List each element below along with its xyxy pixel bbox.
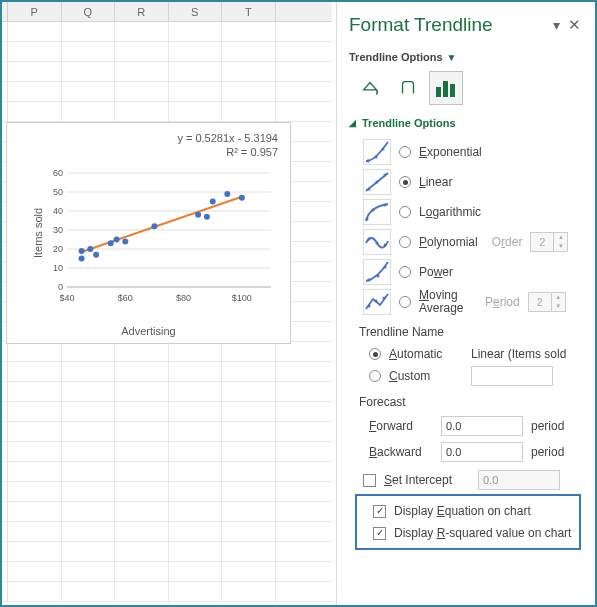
svg-point-28	[195, 212, 201, 218]
svg-point-60	[383, 297, 386, 300]
linear-radio[interactable]	[399, 176, 411, 188]
svg-text:60: 60	[53, 168, 63, 178]
svg-text:20: 20	[53, 244, 63, 254]
custom-name-radio[interactable]	[369, 370, 381, 382]
exponential-radio[interactable]	[399, 146, 411, 158]
svg-point-32	[239, 195, 245, 201]
svg-text:0: 0	[58, 282, 63, 292]
col-header[interactable]: R	[115, 2, 169, 21]
trendline-equation-label: y = 0.5281x - 5.3194 R² = 0.957	[177, 131, 278, 160]
linear-icon	[363, 169, 391, 195]
svg-text:40: 40	[53, 206, 63, 216]
fill-line-tab-icon[interactable]	[353, 71, 387, 105]
svg-text:50: 50	[53, 187, 63, 197]
svg-point-59	[375, 300, 378, 303]
spreadsheet-grid[interactable]: P Q R S T y = 0.5281x - 5.3194 R² = 0.95…	[2, 2, 332, 605]
moving-average-label: Moving Average	[419, 289, 471, 315]
power-label: Power	[419, 265, 453, 279]
svg-text:$60: $60	[118, 293, 133, 303]
embedded-chart[interactable]: y = 0.5281x - 5.3194 R² = 0.957 Items so…	[6, 122, 291, 344]
exponential-label: Exponential	[419, 145, 482, 159]
exponential-icon	[363, 139, 391, 165]
svg-point-29	[204, 214, 210, 220]
svg-point-50	[368, 238, 371, 241]
x-axis-label: Advertising	[7, 325, 290, 337]
svg-point-38	[375, 156, 378, 159]
display-equation-label: Display Equation on chart	[394, 504, 531, 518]
col-header[interactable]: Q	[62, 2, 116, 21]
svg-point-20	[79, 256, 85, 262]
col-header[interactable]: S	[169, 2, 223, 21]
logarithmic-icon	[363, 199, 391, 225]
forward-label: Forward	[369, 419, 433, 433]
moving-average-radio[interactable]	[399, 296, 411, 308]
custom-name-input[interactable]	[471, 366, 553, 386]
trendline-name-heading: Trendline Name	[359, 325, 583, 339]
svg-point-23	[93, 252, 99, 258]
col-header[interactable]: T	[222, 2, 276, 21]
svg-rect-34	[443, 81, 448, 97]
automatic-name-radio[interactable]	[369, 348, 381, 360]
svg-text:$100: $100	[232, 293, 252, 303]
highlighted-options: ✓ Display Equation on chart ✓ Display R-…	[355, 494, 581, 550]
svg-point-39	[382, 148, 385, 151]
svg-point-47	[372, 209, 375, 212]
order-label: Order	[492, 235, 523, 249]
power-radio[interactable]	[399, 266, 411, 278]
svg-point-48	[384, 204, 387, 207]
svg-line-19	[82, 197, 242, 252]
pane-dropdown-icon[interactable]: ▾	[547, 17, 565, 33]
svg-text:30: 30	[53, 225, 63, 235]
set-intercept-checkbox[interactable]	[363, 474, 376, 487]
backward-label: Backward	[369, 445, 433, 459]
svg-point-30	[210, 199, 216, 205]
period-label: Period	[485, 295, 520, 309]
polynomial-label: Polynomial	[419, 235, 478, 249]
col-header[interactable]: P	[8, 2, 62, 21]
period-spinner: 2▲▼	[528, 292, 566, 312]
svg-point-25	[114, 237, 120, 243]
svg-point-26	[122, 238, 128, 244]
svg-point-58	[368, 305, 371, 308]
logarithmic-radio[interactable]	[399, 206, 411, 218]
svg-point-24	[108, 240, 114, 246]
automatic-name-label: Automatic	[389, 347, 463, 361]
svg-text:10: 10	[53, 263, 63, 273]
svg-point-43	[376, 181, 379, 184]
effects-tab-icon[interactable]	[391, 71, 425, 105]
svg-point-27	[151, 223, 157, 229]
svg-point-37	[367, 160, 370, 163]
display-r2-label: Display R-squared value on chart	[394, 526, 571, 540]
pane-title: Format Trendline	[349, 14, 547, 36]
forecast-heading: Forecast	[359, 395, 583, 409]
svg-point-54	[368, 279, 371, 282]
svg-rect-33	[436, 87, 441, 97]
forward-input[interactable]	[441, 416, 523, 436]
power-icon	[363, 259, 391, 285]
automatic-name-value: Linear (Items sold	[471, 347, 566, 361]
close-icon[interactable]: ✕	[565, 16, 583, 34]
y-axis-label: Items sold	[32, 208, 44, 258]
format-trendline-pane: Format Trendline ▾ ✕ Trendline Options▼ …	[336, 2, 595, 605]
linear-label: Linear	[419, 175, 452, 189]
custom-name-label: Custom	[389, 369, 463, 383]
set-intercept-label: Set Intercept	[384, 473, 470, 487]
backward-input[interactable]	[441, 442, 523, 462]
trendline-options-tab-icon[interactable]	[429, 71, 463, 105]
display-equation-checkbox[interactable]: ✓	[373, 505, 386, 518]
trendline-options-subheading[interactable]: ◢Trendline Options	[349, 117, 583, 129]
svg-rect-45	[363, 199, 391, 225]
svg-point-55	[377, 275, 380, 278]
svg-text:$40: $40	[59, 293, 74, 303]
column-header-row: P Q R S T	[2, 2, 332, 22]
svg-point-46	[366, 218, 369, 221]
chart-plot-area: 0102030405060$40$60$80$100	[47, 167, 277, 307]
svg-point-56	[384, 266, 387, 269]
svg-rect-35	[450, 84, 455, 97]
svg-point-31	[224, 191, 230, 197]
svg-point-51	[376, 242, 379, 245]
trendline-options-heading[interactable]: Trendline Options▼	[349, 51, 456, 63]
display-r2-checkbox[interactable]: ✓	[373, 527, 386, 540]
polynomial-radio[interactable]	[399, 236, 411, 248]
set-intercept-input	[478, 470, 560, 490]
